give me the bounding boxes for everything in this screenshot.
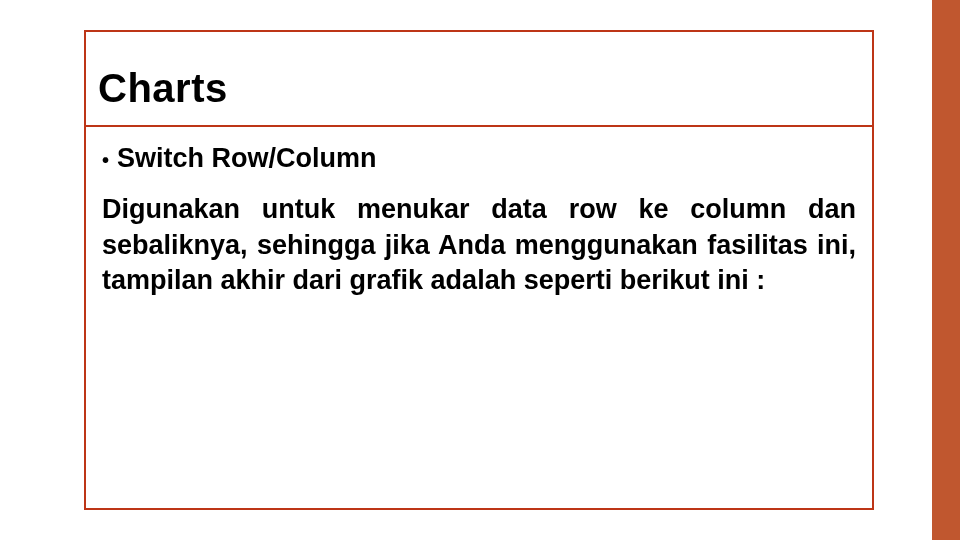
bullet-text: Switch Row/Column xyxy=(117,143,377,174)
bullet-line: • Switch Row/Column xyxy=(102,143,856,174)
content-frame: Charts • Switch Row/Column Digunakan unt… xyxy=(84,30,874,510)
bullet-dot-icon: • xyxy=(102,150,109,170)
slide-title: Charts xyxy=(98,66,860,111)
title-box: Charts xyxy=(86,32,872,127)
body-box: • Switch Row/Column Digunakan untuk menu… xyxy=(86,127,872,319)
slide-paragraph: Digunakan untuk menukar data row ke colu… xyxy=(102,192,856,299)
accent-bar xyxy=(932,0,960,540)
